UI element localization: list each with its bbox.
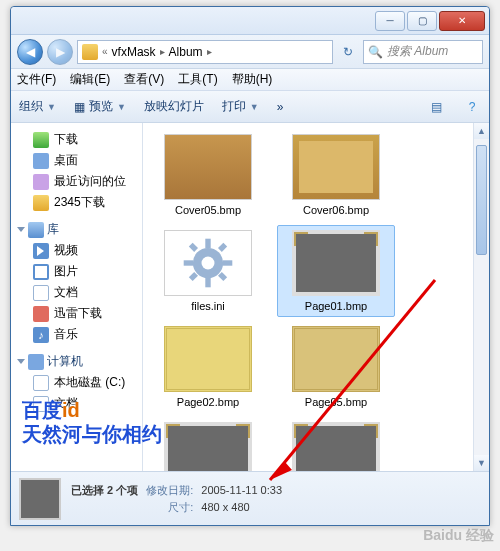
organize-button[interactable]: 组织▼: [19, 98, 56, 115]
nav-label: 最近访问的位: [54, 173, 126, 190]
file-name: files.ini: [191, 300, 225, 312]
file-grid[interactable]: Cover05.bmp Cover06.bmp files.ini Page01…: [143, 123, 473, 471]
breadcrumb[interactable]: « vfxMask ▸ Album ▸: [77, 40, 333, 64]
more-button[interactable]: »: [277, 100, 284, 114]
svg-rect-9: [189, 272, 198, 281]
details-preview-thumb: [19, 478, 61, 520]
refresh-icon: ↻: [343, 45, 353, 59]
menubar: 文件(F) 编辑(E) 查看(V) 工具(T) 帮助(H): [11, 69, 489, 91]
menu-file[interactable]: 文件(F): [17, 71, 56, 88]
refresh-button[interactable]: ↻: [337, 41, 359, 63]
print-button[interactable]: 打印▼: [222, 98, 259, 115]
scroll-up-button[interactable]: ▲: [474, 123, 489, 139]
explorer-window: ─ ▢ ✕ ◀ ▶ « vfxMask ▸ Album ▸ ↻ 🔍 搜索 Alb…: [10, 6, 490, 526]
scroll-track[interactable]: [474, 139, 489, 455]
body: 下载 桌面 最近访问的位 2345下载 库 视频 图片 文档 迅雷下载 ♪音乐 …: [11, 123, 489, 471]
details-size-label: 尺寸:: [146, 500, 193, 515]
menu-help[interactable]: 帮助(H): [232, 71, 273, 88]
nav-libraries[interactable]: 库: [17, 221, 138, 238]
file-item[interactable]: Page05.bmp: [277, 321, 395, 413]
nav-recent[interactable]: 最近访问的位: [15, 171, 138, 192]
thumbnail: [292, 134, 380, 200]
nav-music[interactable]: ♪音乐: [15, 324, 138, 345]
thumbnail: [164, 326, 252, 392]
desktop-icon: [33, 153, 49, 169]
nav-2345[interactable]: 2345下载: [15, 192, 138, 213]
vertical-scrollbar[interactable]: ▲ ▼: [473, 123, 489, 471]
document-icon: [33, 285, 49, 301]
nav-videos[interactable]: 视频: [15, 240, 138, 261]
preview-label: 预览: [89, 98, 113, 115]
preview-button[interactable]: ▦预览▼: [74, 98, 126, 115]
scroll-thumb[interactable]: [476, 145, 487, 255]
details-mod-value: 2005-11-11 0:33: [201, 484, 282, 496]
svg-rect-2: [205, 239, 210, 249]
address-row: ◀ ▶ « vfxMask ▸ Album ▸ ↻ 🔍 搜索 Album: [11, 35, 489, 69]
search-placeholder: 搜索 Album: [387, 43, 448, 60]
chevron-down-icon: ▼: [250, 102, 259, 112]
svg-rect-8: [218, 243, 227, 252]
nav-xunlei[interactable]: 迅雷下载: [15, 303, 138, 324]
menu-edit[interactable]: 编辑(E): [70, 71, 110, 88]
file-item-selected[interactable]: Page01.bmp: [277, 225, 395, 317]
back-button[interactable]: ◀: [17, 39, 43, 65]
recent-icon: [33, 174, 49, 190]
nav-label: 文档: [54, 284, 78, 301]
nav-label: 音乐: [54, 326, 78, 343]
scroll-down-button[interactable]: ▼: [474, 455, 489, 471]
music-icon: ♪: [33, 327, 49, 343]
menu-view[interactable]: 查看(V): [124, 71, 164, 88]
details-pane: 已选择 2 个项 修改日期: 2005-11-11 0:33 尺寸: 480 x…: [11, 471, 489, 525]
search-input[interactable]: 🔍 搜索 Album: [363, 40, 483, 64]
breadcrumb-seg[interactable]: Album: [169, 45, 203, 59]
nav-label: 计算机: [47, 353, 83, 370]
nav-local-c[interactable]: 本地磁盘 (C:): [15, 372, 138, 393]
thumbnail: [164, 134, 252, 200]
maximize-button[interactable]: ▢: [407, 11, 437, 31]
nav-pictures[interactable]: 图片: [15, 261, 138, 282]
nav-desktop[interactable]: 桌面: [15, 150, 138, 171]
details-summary: 已选择 2 个项: [71, 483, 138, 498]
drive-icon: [33, 375, 49, 391]
chevron-down-icon: ▼: [117, 102, 126, 112]
file-item[interactable]: Cover06.bmp: [277, 129, 395, 221]
file-name: Cover06.bmp: [303, 204, 369, 216]
help-button[interactable]: ?: [463, 98, 481, 116]
nav-documents[interactable]: 文档: [15, 282, 138, 303]
file-item[interactable]: Cover05.bmp: [149, 129, 267, 221]
close-button[interactable]: ✕: [439, 11, 485, 31]
nav-documents2[interactable]: 文档: [15, 393, 138, 414]
nav-computer[interactable]: 计算机: [17, 353, 138, 370]
back-arrow-icon: ◀: [26, 45, 35, 59]
file-item[interactable]: files.ini: [149, 225, 267, 317]
nav-label: 下载: [54, 131, 78, 148]
svg-point-1: [202, 257, 215, 270]
file-item[interactable]: [277, 417, 395, 471]
forward-button[interactable]: ▶: [47, 39, 73, 65]
view-mode-button[interactable]: ▤: [427, 98, 445, 116]
file-pane: Cover05.bmp Cover06.bmp files.ini Page01…: [143, 123, 489, 471]
file-item[interactable]: [149, 417, 267, 471]
slideshow-button[interactable]: 放映幻灯片: [144, 98, 204, 115]
minimize-button[interactable]: ─: [375, 11, 405, 31]
breadcrumb-seg[interactable]: vfxMask: [112, 45, 156, 59]
thumbnail: [292, 230, 380, 296]
slideshow-label: 放映幻灯片: [144, 98, 204, 115]
watermark: Baidu 经验: [423, 527, 494, 545]
file-name: Cover05.bmp: [175, 204, 241, 216]
nav-label: 迅雷下载: [54, 305, 102, 322]
library-icon: [28, 222, 44, 238]
triangle-down-icon: [17, 227, 25, 232]
menu-tools[interactable]: 工具(T): [178, 71, 217, 88]
nav-downloads[interactable]: 下载: [15, 129, 138, 150]
titlebar: ─ ▢ ✕: [11, 7, 489, 35]
download-icon: [33, 132, 49, 148]
view-icon: ▤: [431, 100, 442, 114]
maximize-icon: ▢: [418, 15, 427, 26]
print-label: 打印: [222, 98, 246, 115]
file-item[interactable]: Page02.bmp: [149, 321, 267, 413]
folder-icon: [33, 195, 49, 211]
search-icon: 🔍: [368, 45, 383, 59]
chevron-right-icon: ▸: [207, 46, 212, 57]
nav-label: 2345下载: [54, 194, 105, 211]
